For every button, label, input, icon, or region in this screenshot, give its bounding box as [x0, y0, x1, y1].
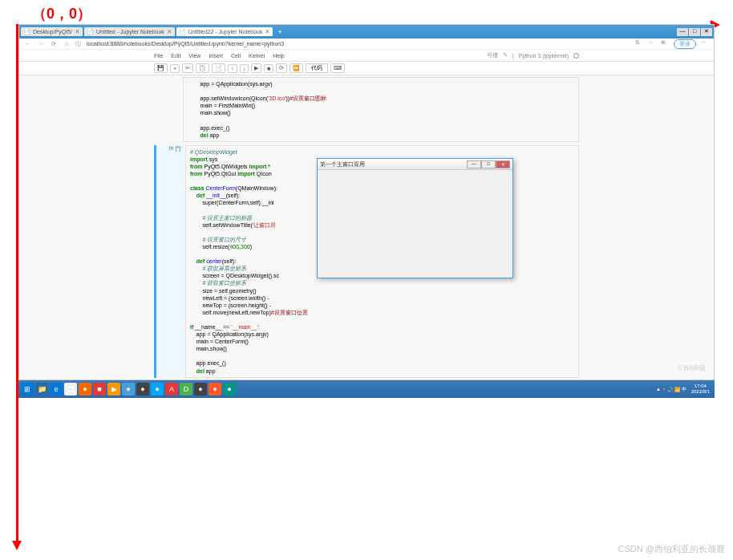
tab-close-icon[interactable]: ✕ [167, 28, 172, 35]
code-editor[interactable]: app = QApplication(sys.argv) app.setWind… [183, 77, 579, 142]
add-cell-button[interactable]: + [170, 64, 180, 73]
info-icon[interactable]: ⓘ [75, 40, 82, 48]
clock[interactable]: 17:04 2022/8/1 [688, 383, 713, 394]
taskbar-app-icon[interactable]: ● [209, 383, 221, 396]
address-bar: ← → ⟳ ⌂ ⓘ localhost:8888/notebooks/Deskt… [19, 39, 714, 50]
trusted-label: 可信 [487, 51, 498, 59]
browser-tab[interactable]: 📄Untitled22 - Jupyter Notebook✕ [176, 27, 273, 36]
pyqt-maximize-button[interactable]: □ [481, 160, 496, 168]
tab-close-icon[interactable]: ✕ [75, 28, 80, 35]
pyqt-minimize-button[interactable]: — [467, 160, 481, 168]
csdn-watermark: CSDN @西伯利亚的长颈鹿 [618, 543, 725, 555]
windows-taskbar: ⊞📁e🗔●■▶●●●AD●●● ▲ ● 🔊 📶 中 17:04 2022/8/1 [18, 380, 715, 398]
cell-type-select[interactable]: 代码 [306, 63, 328, 73]
taskbar-app-icon[interactable]: ● [136, 383, 149, 396]
tab-favicon: 📄 [23, 29, 30, 35]
pyqt-body [318, 170, 512, 278]
taskbar-app-icon[interactable]: 📁 [35, 383, 48, 396]
home-button[interactable]: ⌂ [63, 41, 71, 47]
stop-button[interactable]: ■ [264, 64, 273, 73]
jupyter-menubar: FileEditViewInsertCellKernelHelp 可信 ✎ | … [19, 50, 714, 62]
cell-prompt [154, 77, 183, 142]
menu-item-file[interactable]: File [154, 53, 163, 59]
pyqt-title-text: 第一个主窗口应用 [320, 160, 365, 168]
taskbar-app-icon[interactable]: ● [122, 383, 135, 396]
taskbar-app-icon[interactable]: ● [151, 383, 164, 396]
move-up-button[interactable]: ↑ [228, 64, 237, 73]
menu-item-view[interactable]: View [188, 53, 200, 59]
taskbar-app-icon[interactable]: ● [223, 383, 236, 396]
forward-button[interactable]: → [37, 41, 45, 47]
url-text[interactable]: localhost:8888/notebooks/Desktop/PyQt5/U… [87, 41, 284, 47]
close-button[interactable]: ✕ [701, 28, 712, 36]
login-button[interactable]: 登录 [674, 39, 696, 49]
edit-icon[interactable]: ✎ [503, 52, 508, 59]
taskbar-app-icon[interactable]: 🗔 [64, 383, 77, 396]
taskbar-app-icon[interactable]: ● [79, 383, 91, 396]
menu-item-help[interactable]: Help [273, 53, 284, 59]
kernel-status-icon [573, 53, 579, 59]
taskbar-app-icon[interactable]: A [165, 383, 178, 396]
tab-title: Untitled22 - Jupyter Notebook [188, 29, 263, 34]
restart-run-button[interactable]: ⏩ [290, 63, 303, 73]
maximize-button[interactable]: □ [689, 28, 700, 36]
jupyter-toolbar: 💾 + ✂ 📋 📄 ↑ ↓ ▶ ■ ⟳ ⏩ 代码 ⌨ [19, 62, 714, 75]
collections-icon[interactable]: ⊕ [661, 39, 669, 49]
tray-ime[interactable]: 中 [682, 386, 686, 393]
copy-button[interactable]: 📋 [196, 63, 209, 73]
run-button[interactable]: ▶ [251, 63, 261, 73]
move-down-button[interactable]: ↓ [240, 64, 249, 73]
save-button[interactable]: 💾 [154, 63, 168, 73]
tray-icon[interactable]: ● [662, 387, 666, 392]
kernel-name: Python 3 (ipykernel) [519, 53, 569, 59]
paste-button[interactable]: 📄 [212, 63, 225, 73]
browser-tab[interactable]: 📄Untitled - Jupyter Notebook✕ [84, 27, 175, 36]
command-palette-button[interactable]: ⌨ [330, 63, 345, 73]
menu-icon[interactable]: ⋯ [701, 39, 709, 49]
origin-label: （0，0） [32, 4, 91, 23]
taskbar-app-icon[interactable]: ▶ [107, 383, 120, 396]
taskbar-app-icon[interactable]: D [180, 383, 192, 396]
menu-item-insert[interactable]: Insert [209, 53, 223, 59]
browser-tab[interactable]: 📄Desktop/PyQt5/✕ [21, 27, 83, 36]
tab-title: Untitled - Jupyter Notebook [96, 29, 164, 34]
tab-title: Desktop/PyQt5/ [33, 29, 72, 34]
cut-button[interactable]: ✂ [182, 63, 193, 73]
tray-icon[interactable]: 📶 [674, 387, 680, 392]
taskbar-app-icon[interactable]: ■ [93, 383, 106, 396]
tab-favicon: 📄 [179, 29, 186, 35]
menu-item-cell[interactable]: Cell [231, 53, 241, 59]
taskbar-app-icon[interactable]: ● [194, 383, 207, 396]
window-controls: — □ ✕ [677, 28, 712, 36]
restart-button[interactable]: ⟳ [276, 63, 287, 73]
taskbar-app-icon[interactable]: ⊞ [21, 383, 34, 396]
watermark: © 西伯利亚 [678, 364, 706, 372]
menu-item-edit[interactable]: Edit [171, 53, 180, 59]
tray-icon[interactable]: ▲ [656, 387, 661, 392]
tab-close-icon[interactable]: ✕ [265, 28, 270, 35]
pyqt-titlebar[interactable]: 第一个主窗口应用 — □ ✕ [318, 159, 512, 170]
browser-tabbar: 📄Desktop/PyQt5/✕📄Untitled - Jupyter Note… [19, 25, 714, 39]
sync-icon[interactable]: ⇅ [635, 39, 643, 49]
back-button[interactable]: ← [24, 41, 32, 47]
menu-item-kernel[interactable]: Kernel [249, 53, 265, 59]
pyqt-close-button[interactable]: ✕ [496, 160, 510, 168]
new-tab-button[interactable]: + [274, 28, 285, 36]
favorite-icon[interactable]: ☆ [648, 39, 656, 49]
pyqt-app-window[interactable]: 第一个主窗口应用 — □ ✕ [317, 158, 513, 278]
tab-favicon: 📄 [87, 29, 94, 35]
system-tray: ▲ ● 🔊 📶 中 17:04 2022/8/1 [656, 383, 713, 394]
minimize-button[interactable]: — [677, 28, 688, 36]
tray-icon[interactable]: 🔊 [667, 387, 673, 392]
cell-prompt: In [*]: [156, 145, 185, 378]
code-cell[interactable]: app = QApplication(sys.argv) app.setWind… [154, 77, 579, 142]
taskbar-app-icon[interactable]: e [50, 383, 63, 396]
refresh-button[interactable]: ⟳ [50, 41, 58, 47]
